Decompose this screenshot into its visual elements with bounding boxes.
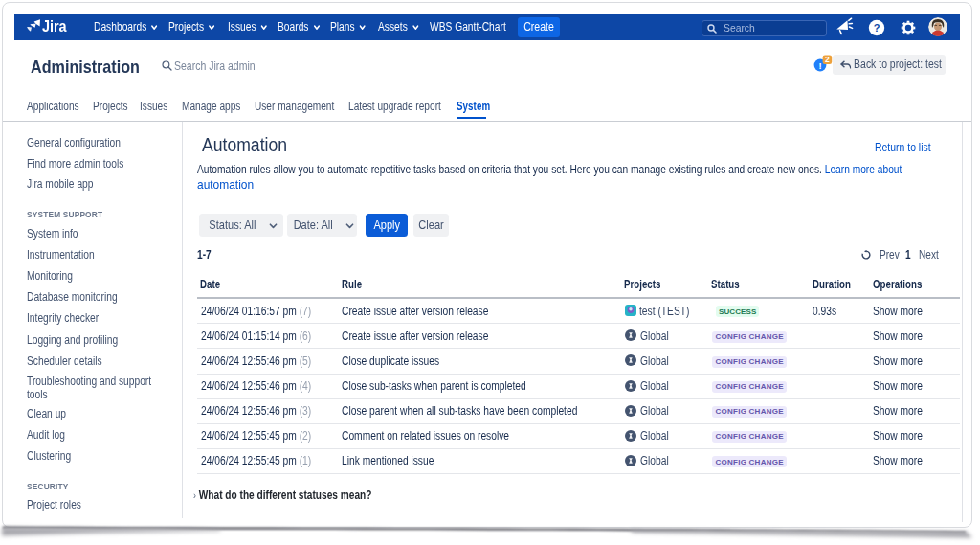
svg-text:!: ! <box>818 60 821 71</box>
svg-text:?: ? <box>874 22 880 34</box>
svg-text:2: 2 <box>825 55 830 64</box>
